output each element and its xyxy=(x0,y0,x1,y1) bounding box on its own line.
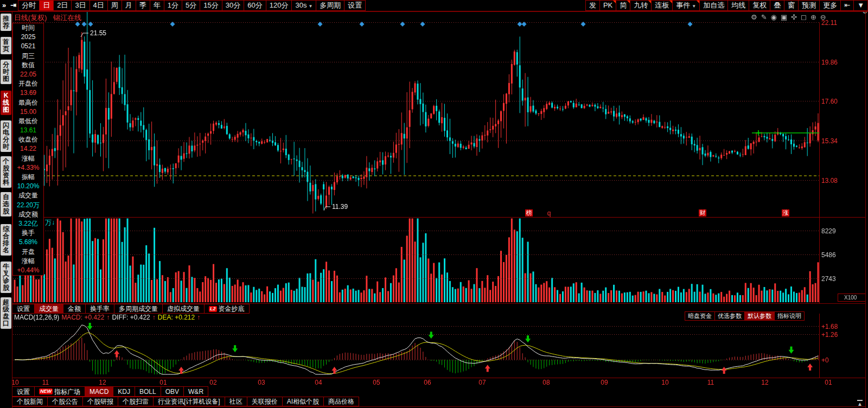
scroll-to-top-icon[interactable]: ▲ xyxy=(857,400,863,407)
info-tab[interactable]: 关联报价 xyxy=(247,397,283,406)
info-tab[interactable]: AI相似个股 xyxy=(282,397,324,406)
tool-button[interactable]: 更多 xyxy=(819,0,841,11)
sidebar-item-1[interactable]: 推荐 xyxy=(1,14,11,31)
period-tab[interactable]: 日 xyxy=(39,0,54,11)
info-row: 振幅 xyxy=(13,173,43,182)
nav-caret-button[interactable]: ▼ xyxy=(853,0,868,11)
tool-button[interactable]: PK xyxy=(599,0,616,11)
period-tab[interactable]: 分时 xyxy=(18,0,40,11)
macd-param-button[interactable]: 指标说明 xyxy=(774,311,805,321)
tool-button[interactable]: 复权 xyxy=(749,0,770,11)
period-tab[interactable]: 1分 xyxy=(164,0,182,11)
kline-chart-canvas[interactable] xyxy=(0,0,868,408)
info-tab[interactable]: 个股公告 xyxy=(47,397,83,406)
info-row: 时间 xyxy=(13,23,43,33)
info-tab[interactable]: 社区 xyxy=(225,397,247,406)
toolbox-icon[interactable]: ▣ xyxy=(781,13,787,21)
indicator-tab[interactable]: BOLL xyxy=(135,386,161,397)
period-tab[interactable]: 多周期 xyxy=(316,0,344,11)
macd-values-header: MACD(12,26,9)MACD: +0.422↑DIFF: +0.422↑D… xyxy=(14,314,202,321)
tool-button[interactable]: 叠 xyxy=(770,0,784,11)
period-tab[interactable]: 5分 xyxy=(182,0,200,11)
volume-tab[interactable]: 金额 xyxy=(63,304,86,314)
indicator-tab[interactable]: 设置 xyxy=(12,386,35,397)
indicator-tab[interactable]: KDJ xyxy=(113,386,135,397)
info-row: 成交量 xyxy=(13,191,43,200)
info-tab[interactable]: 个股研报 xyxy=(82,397,118,406)
info-tab[interactable]: 商品价格 xyxy=(323,397,359,406)
collapse-sidebar-icon[interactable]: » xyxy=(0,0,8,11)
period-tab[interactable]: 月 xyxy=(122,0,136,11)
macd-value: MACD: +0.422 xyxy=(61,314,105,321)
period-tab[interactable]: 季 xyxy=(136,0,150,11)
macd-param-button[interactable]: 优选参数 xyxy=(714,311,745,321)
sidebar-item-10[interactable]: 超级盘口 xyxy=(1,297,11,329)
stock-info-tab-bar: 个股新闻个股公告个股研报个股扫雷行业资讯[计算机设备]社区关联报价AI相似个股商… xyxy=(12,397,865,407)
sidebar-item-9[interactable]: 牛叉诊股 xyxy=(1,262,11,293)
period-tab[interactable]: 60分 xyxy=(244,0,266,11)
period-tab[interactable]: 2日 xyxy=(53,0,72,11)
macd-param-button[interactable]: 暗盘资金 xyxy=(685,311,715,321)
volume-tab[interactable]: 设置 xyxy=(12,304,35,314)
hand-icon[interactable]: ✣ xyxy=(791,13,797,21)
tool-button[interactable]: 加自选 xyxy=(699,0,728,11)
period-tab[interactable]: 年 xyxy=(150,0,164,11)
period-tab[interactable]: 120分 xyxy=(266,0,292,11)
sidebar-item-6[interactable]: 个股资料 xyxy=(1,156,11,188)
info-tab[interactable]: 行业资讯[计算机设备] xyxy=(153,397,225,406)
info-row: 涨幅 xyxy=(13,257,43,266)
info-row: +0.44% xyxy=(13,266,43,275)
indicator-tab[interactable]: OBV xyxy=(161,386,184,397)
volume-tab[interactable]: 成交量 xyxy=(34,304,63,314)
lock-icon[interactable]: ◻ xyxy=(801,13,807,21)
tool-button[interactable]: 发 xyxy=(585,0,600,11)
jump-to-latest-icon[interactable]: ⇥ xyxy=(8,0,18,11)
volume-tab[interactable]: L2资金抄底 xyxy=(204,304,250,314)
macd-param-buttons: 暗盘资金优选参数默认参数指标说明 xyxy=(685,311,805,321)
macd-value: DEA: +0.212 xyxy=(158,314,196,321)
indicator-tab[interactable]: NEW指标广场 xyxy=(34,386,85,397)
pencil-icon[interactable]: ✎ xyxy=(761,13,767,21)
stock-name: 锦江在线 xyxy=(53,14,81,22)
info-row: 成交额 xyxy=(13,210,43,219)
period-tab[interactable]: 周 xyxy=(107,0,122,11)
tool-button[interactable]: 事件▼ xyxy=(672,0,700,11)
macd-param-button[interactable]: 默认参数 xyxy=(744,311,775,321)
sidebar-item-8[interactable]: 综合排名 xyxy=(1,224,11,256)
sidebar-item-5[interactable]: 闪电分时 xyxy=(1,120,11,152)
volume-tab[interactable]: 多周期成交量 xyxy=(114,304,163,314)
info-tab[interactable]: 个股新闻 xyxy=(12,397,48,406)
info-row: 开盘价 xyxy=(13,79,43,88)
tool-button[interactable]: 简 xyxy=(616,0,630,11)
eye-icon[interactable]: ◉ xyxy=(771,13,777,21)
volume-unit-label: 万↓ xyxy=(45,218,55,227)
sidebar-item-7[interactable]: 自选股 xyxy=(1,192,11,216)
tool-button[interactable]: 均线 xyxy=(727,0,749,11)
gear-icon[interactable]: ⚙ xyxy=(751,13,757,21)
sidebar-item-2[interactable]: 首页 xyxy=(1,37,11,54)
period-tab[interactable]: 设置 xyxy=(344,0,366,11)
tool-button[interactable]: 九转 xyxy=(630,0,652,11)
period-tab[interactable]: 30分 xyxy=(222,0,244,11)
zoom-in-icon[interactable]: ⊕ xyxy=(810,13,816,21)
macd-value: ↑ xyxy=(197,314,201,321)
sidebar-item-3[interactable]: 分时图 xyxy=(1,60,11,84)
tool-button[interactable]: 连板 xyxy=(651,0,673,11)
zoom-out-icon[interactable]: ⊖ xyxy=(820,13,826,21)
volume-tab[interactable]: 换手率 xyxy=(85,304,114,314)
period-tab[interactable]: 30s▼ xyxy=(291,0,316,11)
tool-button[interactable]: 预测 xyxy=(798,0,820,11)
chart-window-icons: ⚙✎◉▣✣◻⊕⊖ xyxy=(751,13,826,21)
period-tab[interactable]: 15分 xyxy=(200,0,222,11)
sidebar-item-4[interactable]: K线图 xyxy=(1,91,11,115)
indicator-tab[interactable]: W&R xyxy=(183,386,208,397)
info-tab[interactable]: 个股扫雷 xyxy=(118,397,154,406)
period-tab[interactable]: 4日 xyxy=(90,0,108,11)
volume-tab[interactable]: 虚拟成交量 xyxy=(162,304,205,314)
period-tab[interactable]: 3日 xyxy=(71,0,90,11)
tool-button[interactable]: 窗 xyxy=(784,0,799,11)
info-row: 13.61 xyxy=(13,126,43,135)
nav-prev-button[interactable]: ⇤ xyxy=(840,0,854,11)
indicator-tab[interactable]: MACD xyxy=(85,386,113,397)
info-row: 最低价 xyxy=(13,117,43,126)
